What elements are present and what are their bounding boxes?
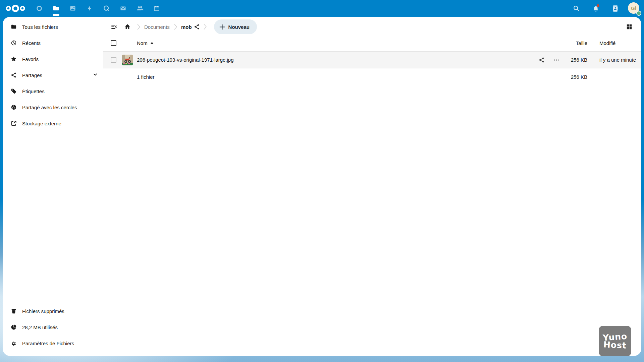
sidebar-item-label: Stockage externe (22, 121, 61, 126)
breadcrumb-item-documents[interactable]: Documents (143, 24, 171, 30)
app-files[interactable] (48, 0, 64, 17)
sidebar-item-favorites[interactable]: Favoris (5, 52, 101, 66)
settings-gear-icon (11, 340, 17, 346)
app-activity[interactable] (81, 0, 98, 17)
topbar: Gl (0, 0, 644, 17)
sidebar-item-all-files[interactable]: Tous les fichiers (5, 19, 101, 34)
search-icon (573, 5, 580, 12)
ring-icon (36, 5, 43, 12)
sidebar-item-recent[interactable]: Récents (5, 36, 101, 50)
sidebar-item-deleted-files[interactable]: Fichiers supprimés (5, 304, 101, 318)
collapse-sidebar-button[interactable] (107, 20, 121, 34)
lightning-icon (86, 5, 93, 12)
table-row[interactable]: 206-peugeot-103-vs-original-1971-large.j… (103, 52, 641, 68)
sidebar-nav: Tous les fichiers Récents Favoris Partag… (5, 19, 101, 132)
app-contacts[interactable] (131, 0, 148, 17)
grid-view-toggle-button[interactable] (623, 20, 636, 34)
sidebar-item-quota[interactable]: 28,2 MB utilisés (5, 320, 101, 335)
file-list-header: Nom Taille Modifié (103, 35, 641, 52)
file-modified: il y a une minute (587, 57, 636, 63)
user-menu[interactable]: Gl (628, 2, 640, 14)
tag-icon (11, 88, 17, 94)
share-current-folder-button[interactable] (194, 24, 200, 30)
sidebar-item-label: Paramètres de Fichiers (22, 341, 74, 346)
select-all-checkbox[interactable] (111, 40, 116, 46)
sidebar-item-label: Partages (22, 72, 42, 78)
speech-bubble-icon (103, 5, 110, 12)
backburger-icon (111, 23, 117, 30)
sidebar-footer: Fichiers supprimés 28,2 MB utilisés Para… (5, 304, 101, 352)
external-storage-icon (11, 120, 17, 126)
calendar-icon (153, 5, 160, 12)
folder-icon (53, 5, 59, 12)
app-menu (31, 0, 165, 17)
contacts-menu-button[interactable] (608, 0, 623, 17)
unified-search-button[interactable] (569, 0, 584, 17)
yunohost-badge-line2: Host (603, 341, 627, 350)
column-header-size[interactable]: Taille (564, 40, 587, 46)
new-button[interactable]: Nouveau (214, 19, 257, 34)
notifications-button[interactable] (588, 0, 603, 17)
plus-icon (219, 24, 225, 30)
file-thumbnail (122, 55, 133, 65)
app-photos[interactable] (64, 0, 81, 17)
file-name: 206-peugeot-103-vs-original-1971-large.j… (137, 57, 234, 63)
folder-icon (11, 24, 17, 30)
mail-icon (120, 5, 126, 12)
topbar-right: Gl (569, 0, 640, 17)
row-share-button[interactable] (539, 57, 545, 63)
nextcloud-logo[interactable] (0, 4, 31, 13)
breadcrumb-separator-icon (136, 23, 141, 31)
active-app-indicator (53, 14, 59, 16)
summary-total-size: 256 KB (564, 74, 587, 80)
notification-badge (597, 4, 599, 7)
breadcrumb-item-current-folder[interactable]: mob (180, 24, 193, 30)
app-calendar[interactable] (148, 0, 165, 17)
contacts-book-icon (612, 5, 619, 12)
chevron-down-icon[interactable] (93, 72, 98, 78)
content-header: Documents mob Nouveau (103, 17, 641, 35)
column-header-name[interactable]: Nom (137, 40, 148, 46)
breadcrumb-home-button[interactable] (121, 20, 134, 34)
sidebar-item-label: 28,2 MB utilisés (22, 324, 58, 330)
sidebar-item-shared-with-circles[interactable]: Partagé avec les cercles (5, 100, 101, 115)
app-content-panel: Tous les fichiers Récents Favoris Partag… (3, 17, 641, 356)
moped-photo-thumbnail (122, 55, 133, 65)
file-list: Nom Taille Modifié (103, 35, 641, 356)
clock-icon (11, 40, 17, 46)
sidebar-item-label: Étiquettes (22, 88, 45, 94)
grid-view-icon (626, 24, 632, 30)
app-ring[interactable] (31, 0, 48, 17)
files-main: Documents mob Nouveau (103, 17, 641, 356)
star-icon (11, 56, 17, 62)
quota-pie-icon (11, 324, 17, 330)
summary-file-count: 1 fichier (137, 74, 155, 80)
file-list-summary: 1 fichier 256 KB (103, 68, 641, 85)
app-talk[interactable] (98, 0, 115, 17)
breadcrumb: Documents mob (121, 20, 209, 34)
row-actions-menu-button[interactable] (553, 57, 559, 63)
breadcrumb-separator-icon (173, 23, 178, 31)
sidebar-item-label: Récents (22, 40, 41, 46)
nextcloud-logo-icon (5, 4, 26, 13)
files-sidebar: Tous les fichiers Récents Favoris Partag… (3, 17, 103, 356)
share-icon (11, 72, 17, 78)
share-icon (539, 57, 545, 63)
sidebar-item-label: Fichiers supprimés (22, 308, 64, 314)
sidebar-item-external-storage[interactable]: Stockage externe (5, 116, 101, 131)
file-size: 256 KB (564, 57, 587, 63)
photos-icon (69, 5, 76, 12)
new-button-label: Nouveau (228, 24, 250, 30)
circles-icon (11, 104, 17, 110)
column-header-modified[interactable]: Modifié (587, 40, 636, 46)
row-checkbox[interactable] (111, 57, 116, 63)
breadcrumb-separator-icon (203, 23, 207, 31)
sidebar-item-shares[interactable]: Partages (5, 68, 101, 82)
sidebar-item-label: Favoris (22, 56, 39, 62)
sidebar-item-tags[interactable]: Étiquettes (5, 84, 101, 99)
yunohost-badge: Yuno Host (599, 326, 631, 356)
sidebar-item-label: Partagé avec les cercles (22, 105, 77, 110)
online-status-icon (636, 11, 641, 16)
sidebar-item-files-settings[interactable]: Paramètres de Fichiers (5, 336, 101, 351)
app-mail[interactable] (115, 0, 131, 17)
